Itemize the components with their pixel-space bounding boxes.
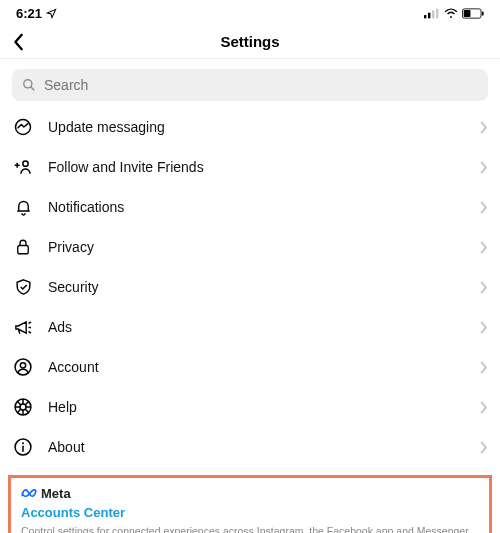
search-icon [22, 78, 36, 92]
svg-point-8 [24, 80, 32, 88]
meta-brand: Meta [21, 486, 479, 501]
megaphone-icon [12, 318, 34, 337]
settings-item-ads[interactable]: Ads [12, 307, 488, 347]
accounts-center-description: Control settings for connected experienc… [21, 524, 479, 533]
help-icon [12, 397, 34, 417]
accounts-center-card[interactable]: Meta Accounts Center Control settings fo… [8, 475, 492, 533]
chevron-right-icon [480, 281, 488, 294]
chevron-right-icon [480, 361, 488, 374]
svg-rect-1 [428, 13, 430, 19]
svg-rect-6 [464, 10, 471, 17]
settings-item-follow-invite[interactable]: Follow and Invite Friends [12, 147, 488, 187]
svg-rect-0 [424, 15, 426, 18]
settings-item-notifications[interactable]: Notifications [12, 187, 488, 227]
svg-rect-2 [432, 10, 434, 18]
settings-item-account[interactable]: Account [12, 347, 488, 387]
wifi-icon [444, 8, 458, 19]
status-time: 6:21 [16, 6, 42, 21]
svg-point-17 [22, 442, 24, 444]
search-input[interactable] [44, 77, 478, 93]
battery-icon [462, 8, 484, 19]
svg-rect-11 [18, 246, 29, 254]
cell-signal-icon [424, 8, 440, 19]
accounts-center-link[interactable]: Accounts Center [21, 505, 479, 520]
settings-item-label: Follow and Invite Friends [48, 159, 466, 175]
chevron-right-icon [480, 401, 488, 414]
settings-item-label: Privacy [48, 239, 466, 255]
settings-item-privacy[interactable]: Privacy [12, 227, 488, 267]
chevron-right-icon [480, 161, 488, 174]
lock-icon [12, 237, 34, 257]
bell-icon [12, 197, 34, 217]
chevron-right-icon [480, 121, 488, 134]
svg-point-13 [20, 363, 25, 368]
add-friend-icon [12, 157, 34, 177]
settings-item-label: Update messaging [48, 119, 466, 135]
chevron-right-icon [480, 441, 488, 454]
settings-item-label: About [48, 439, 466, 455]
location-icon [46, 8, 57, 19]
info-icon [12, 437, 34, 457]
svg-point-10 [23, 161, 28, 166]
settings-item-label: Security [48, 279, 466, 295]
settings-list: Update messaging Follow and Invite Frien… [12, 107, 488, 467]
chevron-right-icon [480, 321, 488, 334]
chevron-right-icon [480, 241, 488, 254]
settings-item-label: Ads [48, 319, 466, 335]
meta-icon [21, 488, 37, 499]
svg-point-4 [450, 16, 452, 18]
page-header: Settings [0, 25, 500, 59]
chevron-right-icon [480, 201, 488, 214]
meta-brand-label: Meta [41, 486, 71, 501]
shield-icon [12, 277, 34, 297]
settings-item-label: Notifications [48, 199, 466, 215]
settings-item-update-messaging[interactable]: Update messaging [12, 107, 488, 147]
svg-rect-3 [436, 9, 438, 19]
back-button[interactable] [12, 33, 26, 51]
settings-item-label: Account [48, 359, 466, 375]
search-box[interactable] [12, 69, 488, 101]
settings-item-help[interactable]: Help [12, 387, 488, 427]
status-bar: 6:21 [0, 0, 500, 25]
settings-item-label: Help [48, 399, 466, 415]
user-icon [12, 357, 34, 377]
settings-item-about[interactable]: About [12, 427, 488, 467]
messenger-icon [12, 117, 34, 137]
settings-item-security[interactable]: Security [12, 267, 488, 307]
svg-rect-7 [482, 11, 484, 15]
page-title: Settings [220, 33, 279, 50]
